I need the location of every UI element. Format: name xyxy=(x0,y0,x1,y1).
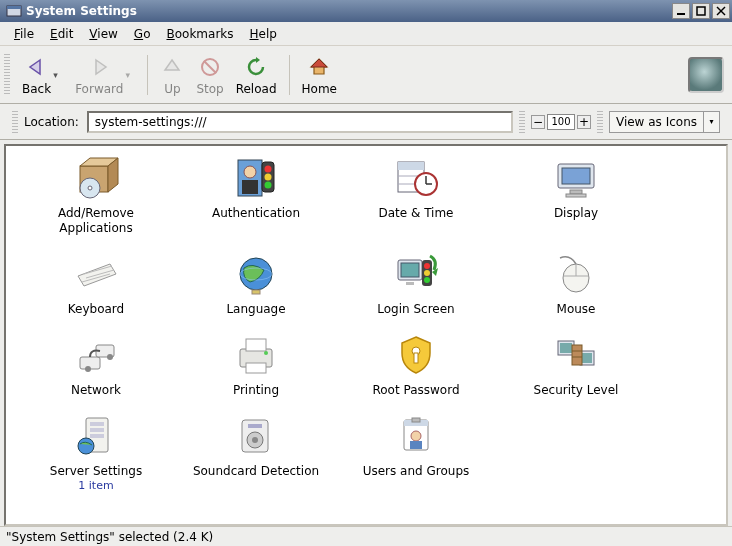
item-authentication[interactable]: Authentication xyxy=(176,152,336,238)
item-users-and-groups[interactable]: Users and Groups xyxy=(336,410,496,494)
svg-point-23 xyxy=(265,166,272,173)
chevron-down-icon[interactable]: ▾ xyxy=(703,112,719,132)
window-icon xyxy=(6,3,22,19)
menu-help[interactable]: Help xyxy=(244,25,283,43)
item-login-screen[interactable]: Login Screen xyxy=(336,248,496,319)
item-label: Date & Time xyxy=(378,206,453,221)
item-label: Keyboard xyxy=(68,302,124,317)
chevron-down-icon: ▾ xyxy=(125,70,135,80)
forward-icon xyxy=(88,54,110,80)
item-label: Users and Groups xyxy=(363,464,470,479)
svg-marker-6 xyxy=(30,60,40,74)
close-button[interactable] xyxy=(712,3,730,19)
menu-bookmarks[interactable]: Bookmarks xyxy=(160,25,239,43)
location-label: Location: xyxy=(24,115,79,129)
zoom-grip xyxy=(519,111,525,133)
svg-rect-60 xyxy=(246,339,266,351)
item-add-remove-applications[interactable]: Add/Remove Applications xyxy=(16,152,176,238)
item-label: Login Screen xyxy=(377,302,454,317)
svg-point-24 xyxy=(265,174,272,181)
location-bar: Location: − 100 + View as Icons ▾ xyxy=(0,104,732,140)
menu-go[interactable]: Go xyxy=(128,25,157,43)
item-keyboard[interactable]: Keyboard xyxy=(16,248,176,319)
item-printing[interactable]: Printing xyxy=(176,329,336,400)
titlebar: System Settings xyxy=(0,0,732,22)
keyboard-icon xyxy=(72,250,120,298)
up-icon xyxy=(161,54,183,80)
item-label: Printing xyxy=(233,383,279,398)
svg-point-62 xyxy=(264,351,268,355)
add-remove-applications-icon xyxy=(72,154,120,202)
reload-icon xyxy=(245,54,267,80)
toolbar-separator xyxy=(147,55,148,95)
status-bar: "System Settings" selected (2.4 K) xyxy=(0,526,732,546)
item-subtext: 1 item xyxy=(78,479,113,492)
item-soundcard-detection[interactable]: Soundcard Detection xyxy=(176,410,336,494)
svg-point-18 xyxy=(88,186,92,190)
zoom-in-button[interactable]: + xyxy=(577,115,591,129)
zoom-out-button[interactable]: − xyxy=(531,115,545,129)
svg-rect-2 xyxy=(677,13,685,15)
item-network[interactable]: Network xyxy=(16,329,176,400)
item-root-password[interactable]: Root Password xyxy=(336,329,496,400)
item-label: Server Settings xyxy=(50,464,142,479)
svg-rect-34 xyxy=(562,168,590,184)
minimize-button[interactable] xyxy=(672,3,690,19)
language-icon xyxy=(232,250,280,298)
item-label: Authentication xyxy=(212,206,300,221)
svg-marker-11 xyxy=(256,57,260,63)
up-button: Up xyxy=(154,52,190,98)
item-label: Language xyxy=(226,302,285,317)
svg-rect-61 xyxy=(246,363,266,373)
back-icon xyxy=(26,54,48,80)
home-button[interactable]: Home xyxy=(296,52,343,98)
toolbar: Back ▾ Forward ▾ Up Stop Reload Home xyxy=(0,46,732,104)
item-display[interactable]: Display xyxy=(496,152,656,238)
item-date-time[interactable]: Date & Time xyxy=(336,152,496,238)
status-text: "System Settings" selected (2.4 K) xyxy=(6,530,213,544)
locationbar-grip xyxy=(12,111,18,133)
menu-file[interactable]: File xyxy=(8,25,40,43)
network-icon xyxy=(72,331,120,379)
svg-point-83 xyxy=(411,431,421,441)
svg-rect-27 xyxy=(398,162,424,170)
svg-rect-35 xyxy=(570,190,582,194)
menu-edit[interactable]: Edit xyxy=(44,25,79,43)
reload-button[interactable]: Reload xyxy=(230,52,283,98)
back-button[interactable]: Back ▾ xyxy=(16,52,69,98)
item-label: Display xyxy=(554,206,598,221)
item-label: Add/Remove Applications xyxy=(58,206,134,236)
item-label: Mouse xyxy=(557,302,596,317)
svg-point-76 xyxy=(78,438,94,454)
svg-point-57 xyxy=(85,366,91,372)
item-label: Soundcard Detection xyxy=(193,464,319,479)
svg-rect-74 xyxy=(90,428,104,432)
printing-icon xyxy=(232,331,280,379)
users-and-groups-icon xyxy=(392,412,440,460)
svg-rect-75 xyxy=(90,434,104,438)
svg-rect-21 xyxy=(242,180,258,194)
mouse-icon xyxy=(552,250,600,298)
root-password-icon xyxy=(392,331,440,379)
svg-rect-45 xyxy=(401,263,419,277)
toolbar-separator xyxy=(289,55,290,95)
svg-point-48 xyxy=(424,263,430,269)
maximize-button[interactable] xyxy=(692,3,710,19)
item-language[interactable]: Language xyxy=(176,248,336,319)
location-input[interactable] xyxy=(87,111,513,133)
menu-view[interactable]: View xyxy=(83,25,123,43)
item-mouse[interactable]: Mouse xyxy=(496,248,656,319)
svg-rect-43 xyxy=(252,290,260,294)
item-security-level[interactable]: Security Level xyxy=(496,329,656,400)
zoom-control: − 100 + xyxy=(531,114,591,130)
item-server-settings[interactable]: Server Settings1 item xyxy=(16,410,176,494)
svg-point-58 xyxy=(107,354,113,360)
date-time-icon xyxy=(392,154,440,202)
display-icon xyxy=(552,154,600,202)
stop-icon xyxy=(199,54,221,80)
chevron-down-icon[interactable]: ▾ xyxy=(53,70,63,80)
item-label: Network xyxy=(71,383,121,398)
viewmode-combo[interactable]: View as Icons ▾ xyxy=(609,111,720,133)
svg-rect-46 xyxy=(406,282,414,285)
icon-view: Add/Remove ApplicationsAuthenticationDat… xyxy=(4,144,728,526)
